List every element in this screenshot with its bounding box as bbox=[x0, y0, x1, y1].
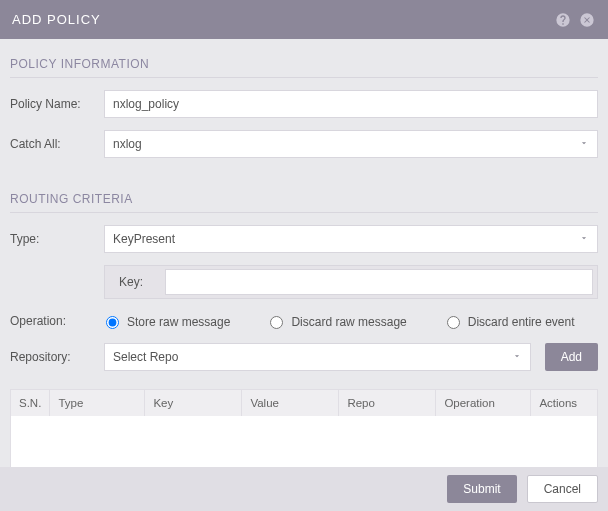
type-select[interactable]: KeyPresent bbox=[104, 225, 598, 253]
row-catch-all: Catch All: nxlog bbox=[10, 130, 598, 158]
label-policy-name: Policy Name: bbox=[10, 97, 104, 111]
radio-discard-raw-label: Discard raw message bbox=[291, 315, 406, 329]
row-policy-name: Policy Name: bbox=[10, 90, 598, 118]
close-icon[interactable] bbox=[578, 11, 596, 29]
policy-name-input[interactable] bbox=[104, 90, 598, 118]
key-input[interactable] bbox=[165, 269, 593, 295]
key-bar: Key: bbox=[104, 265, 598, 299]
chevron-down-icon bbox=[579, 232, 589, 246]
dialog-footer: Submit Cancel bbox=[0, 467, 608, 511]
row-repository: Repository: Select Repo Add bbox=[10, 343, 598, 371]
radio-discard-event-label: Discard entire event bbox=[468, 315, 575, 329]
radio-store-raw-label: Store raw message bbox=[127, 315, 230, 329]
repository-value: Select Repo bbox=[113, 350, 178, 364]
catch-all-select[interactable]: nxlog bbox=[104, 130, 598, 158]
th-value: Value bbox=[242, 390, 339, 416]
radio-discard-event-input[interactable] bbox=[447, 316, 460, 329]
label-repository: Repository: bbox=[10, 350, 104, 364]
operation-radios: Store raw message Discard raw message Di… bbox=[104, 311, 598, 331]
add-button[interactable]: Add bbox=[545, 343, 598, 371]
add-policy-dialog: ADD POLICY POLICY INFORMATION Policy Nam… bbox=[0, 0, 608, 511]
th-type: Type bbox=[50, 390, 145, 416]
catch-all-value: nxlog bbox=[113, 137, 142, 151]
dialog-content: POLICY INFORMATION Policy Name: Catch Al… bbox=[0, 39, 608, 467]
th-key: Key bbox=[145, 390, 242, 416]
label-operation: Operation: bbox=[10, 314, 104, 328]
help-icon[interactable] bbox=[554, 11, 572, 29]
repository-select[interactable]: Select Repo bbox=[104, 343, 531, 371]
row-key: Key: bbox=[10, 265, 598, 299]
chevron-down-icon bbox=[512, 350, 522, 364]
th-operation: Operation bbox=[436, 390, 531, 416]
th-sn: S.N. bbox=[11, 390, 50, 416]
radio-discard-event[interactable]: Discard entire event bbox=[447, 315, 575, 329]
radio-store-raw-input[interactable] bbox=[106, 316, 119, 329]
th-actions: Actions bbox=[531, 390, 597, 416]
criteria-table: S.N. Type Key Value Repo Operation Actio… bbox=[10, 389, 598, 467]
label-catch-all: Catch All: bbox=[10, 137, 104, 151]
row-type: Type: KeyPresent bbox=[10, 225, 598, 253]
submit-button[interactable]: Submit bbox=[447, 475, 516, 503]
cancel-button[interactable]: Cancel bbox=[527, 475, 598, 503]
radio-discard-raw-input[interactable] bbox=[270, 316, 283, 329]
table-header-row: S.N. Type Key Value Repo Operation Actio… bbox=[11, 390, 597, 416]
type-value: KeyPresent bbox=[113, 232, 175, 246]
label-type: Type: bbox=[10, 232, 104, 246]
section-routing-criteria: ROUTING CRITERIA bbox=[10, 188, 598, 213]
section-policy-information: POLICY INFORMATION bbox=[10, 53, 598, 78]
radio-discard-raw[interactable]: Discard raw message bbox=[270, 315, 406, 329]
titlebar: ADD POLICY bbox=[0, 0, 608, 39]
th-repo: Repo bbox=[339, 390, 436, 416]
row-operation: Operation: Store raw message Discard raw… bbox=[10, 311, 598, 331]
chevron-down-icon bbox=[579, 137, 589, 151]
label-key: Key: bbox=[105, 275, 165, 289]
dialog-title: ADD POLICY bbox=[12, 12, 548, 27]
radio-store-raw[interactable]: Store raw message bbox=[106, 315, 230, 329]
